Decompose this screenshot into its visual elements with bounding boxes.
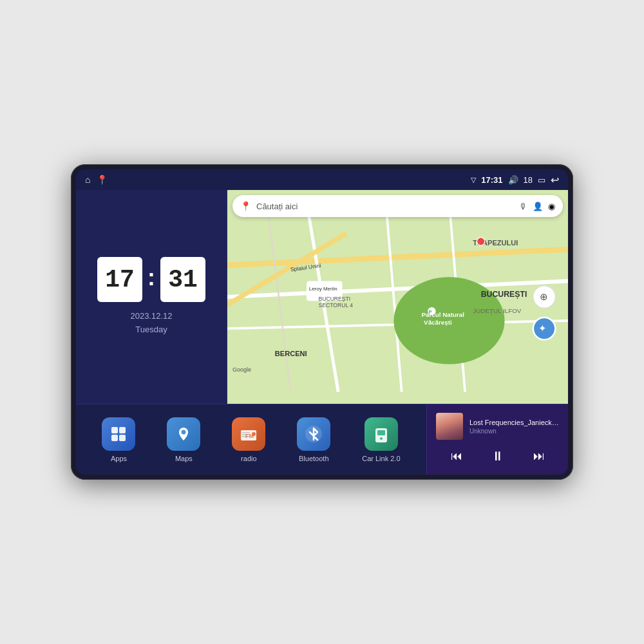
mic-icon[interactable]: 🎙 bbox=[519, 202, 527, 211]
svg-text:Văcărești: Văcărești bbox=[424, 319, 452, 326]
volume-icon: 🔊 bbox=[508, 175, 518, 185]
back-icon[interactable]: ↩ bbox=[551, 174, 559, 186]
music-thumbnail bbox=[436, 413, 463, 440]
svg-text:P: P bbox=[428, 309, 431, 315]
app-icon-carlink[interactable]: Car Link 2.0 bbox=[362, 417, 400, 462]
carlink-icon-bg bbox=[365, 417, 398, 451]
svg-rect-28 bbox=[111, 427, 118, 433]
clock-display: 17 : 31 bbox=[97, 257, 205, 302]
maps-icon-bg bbox=[167, 417, 200, 451]
time-display: 17:31 bbox=[481, 175, 502, 185]
profile-icon[interactable]: 👤 bbox=[533, 202, 543, 211]
svg-point-22 bbox=[477, 238, 485, 245]
battery-icon: ▭ bbox=[538, 175, 545, 185]
svg-point-42 bbox=[380, 437, 383, 440]
main-content: 17 : 31 2023.12.12 Tuesday 📍 Căutați aic… bbox=[76, 190, 568, 475]
bluetooth-icon-bg bbox=[297, 417, 330, 451]
map-background: Parcul Natural Văcărești P Leroy Merlin … bbox=[227, 190, 568, 404]
svg-text:✦: ✦ bbox=[538, 323, 547, 334]
music-title: Lost Frequencies_Janieck Devy-... bbox=[469, 419, 559, 426]
svg-text:JUDEȚUL ILFOV: JUDEȚUL ILFOV bbox=[473, 307, 521, 314]
signal-icon: ▽ bbox=[471, 176, 476, 184]
battery-level: 18 bbox=[524, 175, 533, 185]
top-row: 17 : 31 2023.12.12 Tuesday 📍 Căutați aic… bbox=[76, 190, 568, 404]
layers-icon[interactable]: ◉ bbox=[548, 202, 555, 211]
svg-text:BUCUREȘTI: BUCUREȘTI bbox=[481, 290, 527, 299]
map-pin-icon: 📍 bbox=[240, 201, 251, 211]
clock-hours: 17 bbox=[97, 257, 142, 302]
map-search-bar[interactable]: 📍 Căutați aici 🎙 👤 ◉ bbox=[232, 195, 563, 217]
apps-row: Apps Maps bbox=[76, 404, 426, 475]
map-search-icons: 🎙 👤 ◉ bbox=[519, 202, 555, 211]
music-player: Lost Frequencies_Janieck Devy-... Unknow… bbox=[426, 404, 568, 475]
next-button[interactable]: ⏭ bbox=[531, 447, 547, 466]
svg-rect-30 bbox=[111, 435, 118, 441]
bottom-row: Apps Maps bbox=[76, 404, 568, 475]
svg-text:BERCENI: BERCENI bbox=[275, 350, 307, 357]
music-top: Lost Frequencies_Janieck Devy-... Unknow… bbox=[436, 413, 559, 440]
app-icon-radio[interactable]: FM radio bbox=[232, 417, 265, 462]
svg-point-35 bbox=[252, 432, 256, 436]
map-body[interactable]: Parcul Natural Văcărești P Leroy Merlin … bbox=[227, 190, 568, 404]
bluetooth-label: Bluetooth bbox=[299, 455, 328, 462]
svg-rect-41 bbox=[377, 430, 385, 435]
status-right: ▽ 17:31 🔊 18 ▭ ↩ bbox=[471, 174, 559, 186]
apps-icon-bg bbox=[102, 417, 135, 451]
svg-text:SECTORUL 4: SECTORUL 4 bbox=[318, 302, 353, 308]
svg-rect-31 bbox=[119, 435, 126, 441]
music-info: Lost Frequencies_Janieck Devy-... Unknow… bbox=[469, 419, 559, 435]
apps-label: Apps bbox=[111, 455, 127, 462]
status-left: ⌂ 📍 bbox=[85, 175, 108, 185]
map-search-text[interactable]: Căutați aici bbox=[256, 202, 514, 211]
svg-text:⊕: ⊕ bbox=[540, 292, 548, 302]
home-icon[interactable]: ⌂ bbox=[85, 175, 90, 185]
maps-label: Maps bbox=[175, 455, 193, 462]
app-icon-bluetooth[interactable]: Bluetooth bbox=[297, 417, 330, 462]
app-icon-apps[interactable]: Apps bbox=[102, 417, 135, 462]
clock-separator: : bbox=[147, 264, 155, 291]
play-pause-button[interactable]: ⏸ bbox=[489, 446, 507, 466]
maps-status-icon[interactable]: 📍 bbox=[97, 175, 108, 185]
device-screen: ⌂ 📍 ▽ 17:31 🔊 18 ▭ ↩ 17 : bbox=[76, 169, 568, 475]
radio-icon-bg: FM bbox=[232, 417, 265, 451]
map-widget[interactable]: 📍 Căutați aici 🎙 👤 ◉ bbox=[227, 190, 568, 404]
prev-button[interactable]: ⏮ bbox=[448, 447, 465, 466]
clock-date: 2023.12.12 Tuesday bbox=[130, 310, 172, 337]
clock-minutes: 31 bbox=[160, 257, 205, 302]
clock-widget: 17 : 31 2023.12.12 Tuesday bbox=[76, 190, 227, 404]
svg-text:Leroy Merlin: Leroy Merlin bbox=[309, 286, 337, 292]
google-logo: Google bbox=[232, 366, 251, 373]
carlink-label: Car Link 2.0 bbox=[362, 455, 400, 462]
svg-rect-29 bbox=[119, 427, 126, 433]
svg-text:BUCUREȘTI: BUCUREȘTI bbox=[318, 296, 350, 302]
svg-point-32 bbox=[182, 430, 186, 434]
music-controls: ⏮ ⏸ ⏭ bbox=[436, 446, 559, 466]
status-bar: ⌂ 📍 ▽ 17:31 🔊 18 ▭ ↩ bbox=[76, 169, 568, 190]
radio-label: radio bbox=[241, 455, 256, 462]
app-icon-maps[interactable]: Maps bbox=[167, 417, 200, 462]
music-artist: Unknown bbox=[469, 428, 559, 435]
car-display-device: ⌂ 📍 ▽ 17:31 🔊 18 ▭ ↩ 17 : bbox=[71, 164, 573, 480]
